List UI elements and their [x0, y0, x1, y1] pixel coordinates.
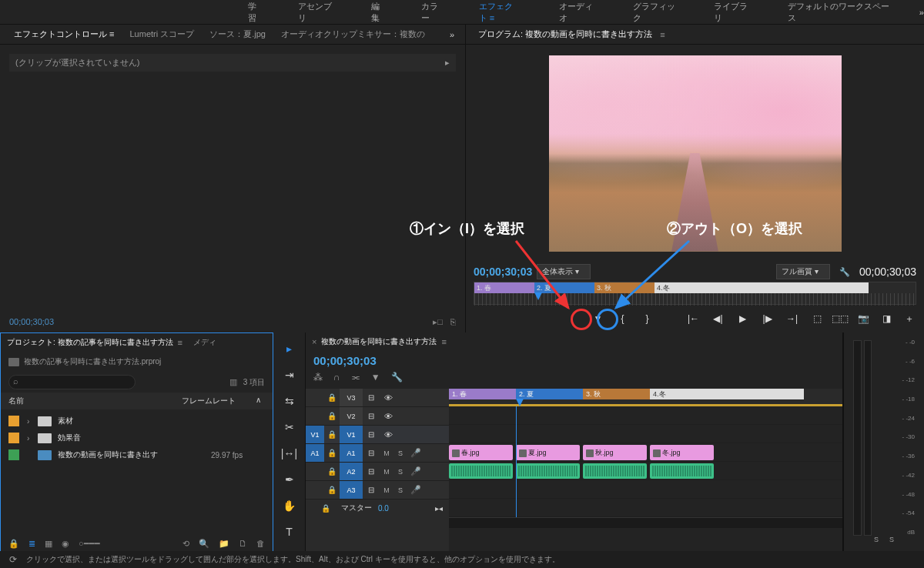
mute-track-icon[interactable]: M — [380, 468, 393, 476]
sync-lock-icon[interactable]: ⊟ — [363, 486, 380, 494]
extract-icon[interactable]: ⬚⬚ — [833, 312, 847, 326]
media-browser-tab[interactable]: メディ — [193, 337, 216, 348]
hand-tool-icon[interactable]: ✋ — [281, 497, 298, 514]
project-item[interactable]: › 素材 — [1, 413, 273, 429]
project-search-input[interactable] — [8, 375, 136, 389]
source-patch-a1[interactable]: A1 — [306, 444, 324, 462]
audio-clip[interactable] — [650, 463, 714, 479]
project-item[interactable]: 複数の動画を同時に書き出す 29.97 fps — [1, 446, 273, 463]
workspace-learn[interactable]: 学習 — [231, 1, 281, 24]
video-clip[interactable]: 秋.jpg — [583, 445, 647, 460]
column-name[interactable]: 名前 — [8, 396, 182, 406]
program-monitor-tab[interactable]: プログラム: 複数の動画を同時に書き出す方法 — [475, 25, 655, 43]
audio-clip[interactable] — [583, 463, 647, 479]
mark-out-icon[interactable]: } — [641, 312, 654, 326]
track-row-v2[interactable] — [449, 425, 842, 443]
timeline-settings-wrench-icon[interactable]: 🔧 — [391, 372, 403, 383]
workspace-overflow-icon[interactable]: » — [919, 8, 924, 17]
sync-lock-icon[interactable]: ⊟ — [363, 467, 380, 476]
workspace-effects[interactable]: エフェクト ≡ — [462, 1, 542, 24]
tab-source[interactable]: ソース：夏.jpg — [203, 25, 272, 43]
toggle-track-output-icon[interactable]: 👁 — [380, 412, 397, 421]
solo-track-icon[interactable]: S — [393, 449, 407, 457]
sync-settings-icon[interactable]: ⟳ — [9, 554, 17, 565]
timeline-panel-menu-icon[interactable]: ≡ — [441, 337, 446, 346]
audio-clip[interactable] — [449, 463, 513, 479]
workspace-default[interactable]: デフォルトのワークスペース — [771, 1, 908, 24]
find-icon[interactable]: 🔍 — [199, 539, 209, 549]
program-ruler[interactable]: 1. 春 2. 夏 3. 秋 4.冬 — [474, 282, 916, 305]
lock-master-icon[interactable]: 🔒 — [321, 504, 330, 513]
voice-over-record-icon[interactable]: 🎤 — [407, 485, 424, 495]
timeline-content[interactable]: 1. 春 2. 夏 3. 秋 4.冬 春.jpg 夏.jpg — [449, 389, 842, 556]
lift-icon[interactable]: ⬚ — [810, 312, 824, 326]
play-only-icon[interactable]: ▸ — [445, 58, 450, 68]
workspace-assembly[interactable]: アセンブリ — [281, 1, 355, 24]
program-panel-menu-icon[interactable]: ≡ — [655, 30, 665, 39]
new-item-icon[interactable]: 🗋 — [239, 539, 247, 549]
step-forward-icon[interactable]: |▶ — [761, 312, 775, 326]
track-row-a1[interactable] — [449, 462, 842, 480]
track-label-a2[interactable]: A2 — [340, 463, 363, 480]
snap-icon[interactable]: ∩ — [333, 372, 340, 383]
lock-track-icon[interactable]: 🔒 — [324, 393, 340, 402]
expand-icon-2[interactable]: › — [27, 434, 38, 443]
track-header-a2[interactable]: 🔒 A2 ⊟ M S 🎤 — [306, 463, 449, 481]
sync-lock-icon[interactable]: ⊟ — [363, 449, 380, 457]
workspace-audio[interactable]: オーディオ — [542, 1, 616, 24]
write-lock-icon[interactable]: 🔒 — [8, 539, 19, 549]
timeline-ruler[interactable]: 1. 春 2. 夏 3. 秋 4.冬 — [449, 389, 842, 404]
button-editor-plus-icon[interactable]: ＋ — [902, 312, 916, 326]
step-back-icon[interactable]: ◀| — [711, 312, 725, 326]
track-label-v3[interactable]: V3 — [340, 389, 363, 406]
solo-left-icon[interactable]: S — [874, 536, 879, 550]
tab-effect-controls[interactable]: エフェクトコントロール ≡ — [8, 25, 120, 43]
track-header-a3[interactable]: 🔒 A3 ⊟ M S 🎤 — [306, 481, 449, 500]
program-preview[interactable] — [466, 45, 924, 262]
close-sequence-icon[interactable]: × — [312, 337, 316, 346]
razor-tool-icon[interactable]: ✂ — [281, 419, 298, 436]
track-label-v2[interactable]: V2 — [340, 407, 363, 425]
workspace-edit[interactable]: 編集 — [354, 1, 404, 24]
workspace-graphics[interactable]: グラフィック — [616, 1, 698, 24]
sync-lock-icon[interactable]: ⊟ — [363, 430, 380, 439]
source-patch-v1[interactable]: V1 — [306, 426, 324, 443]
lock-track-icon[interactable]: 🔒 — [324, 430, 340, 439]
selection-tool-icon[interactable]: ▸ — [281, 340, 298, 357]
track-header-v3[interactable]: 🔒 V3 ⊟ 👁 — [306, 389, 449, 407]
solo-right-icon[interactable]: S — [889, 536, 894, 550]
expand-icon-1[interactable]: › — [27, 417, 38, 426]
tab-lumetri-scopes[interactable]: Lumetri スコープ — [123, 25, 200, 43]
source-patch-v3[interactable] — [306, 389, 324, 406]
list-view-icon[interactable]: ≣ — [28, 539, 35, 549]
tab-audio-clip-mixer[interactable]: オーディオクリップミキサー：複数の — [275, 25, 431, 43]
play-icon[interactable]: ▶ — [736, 312, 750, 326]
timeline-timecode[interactable]: 00;00;30;03 — [313, 354, 835, 367]
track-header-v1[interactable]: V1 🔒 V1 ⊟ 👁 — [306, 426, 449, 444]
timeline-scrollbar[interactable] — [449, 517, 842, 528]
icon-view-icon[interactable]: ▦ — [45, 539, 52, 549]
track-row-a3[interactable] — [449, 499, 842, 517]
type-tool-icon[interactable]: T — [281, 523, 298, 540]
project-panel-menu-icon[interactable]: ≡ — [173, 338, 187, 347]
go-to-in-icon[interactable]: |← — [687, 312, 701, 326]
comparison-view-icon[interactable]: ◨ — [879, 312, 893, 326]
column-framerate[interactable]: フレームレート — [182, 396, 251, 406]
track-label-a3[interactable]: A3 — [340, 481, 363, 499]
delete-icon[interactable]: 🗑 — [256, 539, 265, 549]
ripple-edit-tool-icon[interactable]: ⇆ — [281, 393, 298, 409]
auto-sequence-icon[interactable]: ⟲ — [182, 539, 189, 549]
settings-wrench-icon[interactable]: 🔧 — [835, 267, 855, 277]
track-header-v2[interactable]: 🔒 V2 ⊟ 👁 — [306, 407, 449, 426]
zoom-level-select[interactable]: 全体表示 ▾ — [537, 264, 591, 279]
go-to-out-icon[interactable]: →| — [785, 312, 799, 326]
project-tab[interactable]: プロジェクト: 複数の記事を同時に書き出す方法 — [7, 337, 173, 348]
track-row-v1[interactable]: 春.jpg 夏.jpg 秋.jpg 冬.jpg — [449, 443, 842, 462]
track-row-v3[interactable] — [449, 406, 842, 425]
workspace-color[interactable]: カラー — [404, 1, 462, 24]
mute-track-icon[interactable]: M — [380, 486, 393, 494]
audio-clip[interactable] — [516, 463, 580, 479]
project-item[interactable]: › 効果音 — [1, 429, 273, 446]
track-select-tool-icon[interactable]: ⇥ — [281, 366, 298, 383]
voice-over-record-icon[interactable]: 🎤 — [407, 448, 424, 458]
